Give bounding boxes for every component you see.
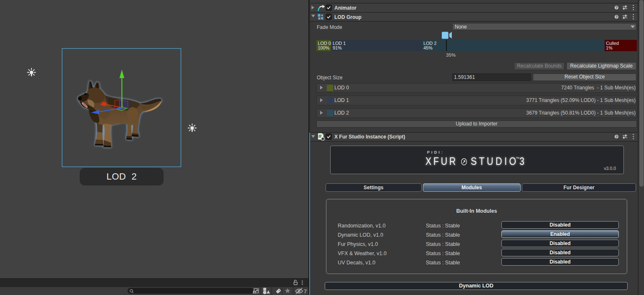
svg-text:?: ? [615, 15, 618, 19]
svg-text:7: 7 [304, 288, 307, 294]
svg-text:?: ? [615, 5, 618, 10]
